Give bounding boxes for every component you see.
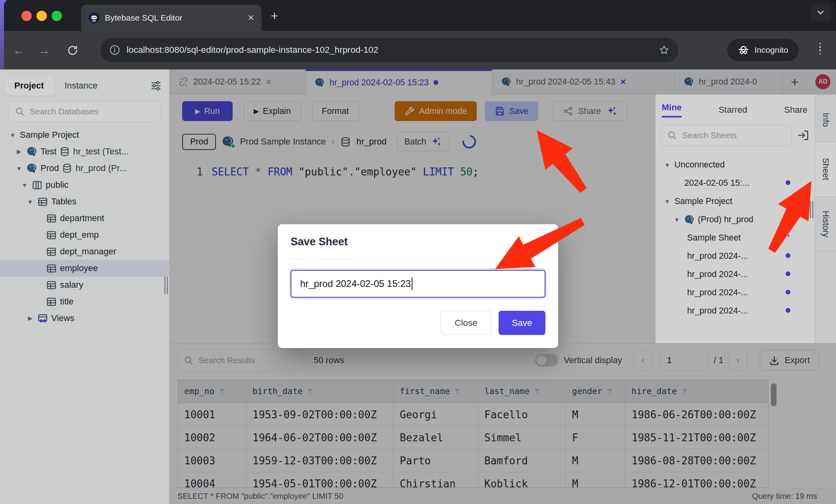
sheet-menu-ellipsis[interactable]: ··· bbox=[779, 230, 791, 241]
tree-node-table-dept-manager[interactable]: dept_manager bbox=[0, 243, 169, 260]
explain-button[interactable]: ▶ Explain bbox=[244, 101, 301, 121]
window-minimize-button[interactable] bbox=[37, 11, 47, 21]
strip-tab-info[interactable]: Info bbox=[815, 98, 836, 142]
sort-filter-icon[interactable] bbox=[454, 388, 461, 395]
reload-button[interactable] bbox=[64, 44, 82, 56]
chevron-expanded-icon[interactable]: ▼ bbox=[673, 216, 681, 223]
column-header[interactable]: emp_no bbox=[178, 380, 246, 403]
tab-mine[interactable]: Mine bbox=[662, 102, 682, 117]
modal-save-button[interactable]: Save bbox=[499, 311, 545, 335]
run-button[interactable]: ▶ Run bbox=[182, 101, 233, 121]
new-browser-tab-button[interactable]: + bbox=[271, 10, 278, 22]
share-button[interactable]: Share bbox=[553, 101, 627, 121]
sheet-group-database[interactable]: ▼ (Prod) hr_prod bbox=[655, 210, 815, 229]
address-bar[interactable]: localhost:8080/sql-editor/prod-sample-in… bbox=[100, 38, 678, 62]
tree-node-schema-public[interactable]: ▼ public bbox=[0, 177, 169, 193]
prev-page-button[interactable]: ‹ bbox=[633, 350, 652, 371]
batch-button[interactable]: Batch bbox=[397, 132, 450, 151]
back-button[interactable]: ← bbox=[10, 44, 28, 57]
tree-node-table-salary[interactable]: salary bbox=[0, 277, 169, 293]
sort-filter-icon[interactable] bbox=[606, 388, 614, 395]
instance-name[interactable]: Prod Sample Instance bbox=[240, 137, 326, 147]
tree-node-table-department[interactable]: department bbox=[0, 210, 169, 227]
chevron-expanded-icon[interactable]: ▼ bbox=[21, 182, 29, 189]
modal-close-button[interactable]: Close bbox=[441, 311, 491, 335]
filter-sliders-icon[interactable] bbox=[150, 80, 162, 92]
page-number-input[interactable] bbox=[660, 350, 709, 371]
vertical-display-toggle[interactable] bbox=[535, 354, 558, 367]
tree-node-tables[interactable]: ▼ Tables bbox=[0, 193, 169, 210]
window-close-button[interactable] bbox=[21, 11, 32, 21]
search-results-input[interactable] bbox=[198, 356, 298, 365]
tree-node-table-employee-selected[interactable]: employee bbox=[0, 260, 169, 277]
collapse-panel-icon[interactable] bbox=[797, 129, 810, 142]
sidebar-resize-handle[interactable] bbox=[164, 277, 168, 294]
tree-node-test-db[interactable]: ▶ Test hr_test (Test... bbox=[0, 143, 169, 160]
strip-tab-history[interactable]: History bbox=[815, 197, 836, 252]
chevron-expanded-icon[interactable]: ▼ bbox=[9, 132, 17, 139]
sheet-tab-3[interactable]: hr_prod 2024-0 bbox=[675, 69, 783, 94]
search-databases-input[interactable] bbox=[30, 107, 154, 116]
close-tab-icon[interactable]: ✕ bbox=[620, 77, 626, 87]
column-header[interactable]: first_name bbox=[393, 380, 478, 403]
bookmark-star-icon[interactable] bbox=[659, 44, 670, 56]
sheet-item[interactable]: Sample Sheet ··· bbox=[655, 229, 815, 247]
tab-instance[interactable]: Instance bbox=[54, 76, 108, 96]
close-tab-icon[interactable]: ✕ bbox=[266, 77, 272, 87]
tree-node-prod-db[interactable]: ▼ Prod hr_prod (Pr... bbox=[0, 160, 169, 177]
sheet-item[interactable]: hr_prod 2024-... bbox=[655, 302, 815, 320]
column-header[interactable]: birth_date bbox=[246, 380, 393, 403]
user-avatar[interactable]: AD bbox=[815, 74, 830, 89]
window-zoom-button[interactable] bbox=[52, 11, 62, 21]
forward-button[interactable]: → bbox=[35, 44, 53, 57]
sort-filter-icon[interactable] bbox=[681, 388, 688, 395]
sort-filter-icon[interactable] bbox=[534, 388, 541, 395]
site-info-icon[interactable] bbox=[109, 44, 120, 56]
sheet-item[interactable]: hr_prod 2024-... bbox=[655, 265, 815, 283]
browser-tab-close-icon[interactable]: ✕ bbox=[247, 13, 254, 23]
sheet-tab-2[interactable]: hr_prod 2024-02-05 15:43 ✕ bbox=[492, 69, 675, 94]
save-button[interactable]: Save bbox=[485, 101, 538, 121]
modal-close-icon[interactable]: ✕ bbox=[534, 235, 545, 249]
next-page-button[interactable]: › bbox=[728, 350, 747, 371]
tree-node-table-title[interactable]: title bbox=[0, 293, 169, 310]
chevron-expanded-icon[interactable]: ▼ bbox=[26, 198, 34, 205]
tab-search-button[interactable] bbox=[810, 3, 831, 21]
sheet-group-project[interactable]: ▼ Sample Project bbox=[655, 192, 815, 210]
environment-chip[interactable]: Prod bbox=[182, 134, 216, 150]
sort-filter-icon[interactable] bbox=[306, 388, 314, 395]
column-header[interactable]: last_name bbox=[478, 380, 566, 403]
strip-tab-sheet[interactable]: Sheet bbox=[815, 142, 836, 197]
database-name[interactable]: hr_prod bbox=[356, 137, 387, 147]
tree-node-project[interactable]: ▼ Sample Project bbox=[0, 127, 169, 143]
tab-project[interactable]: Project bbox=[4, 76, 54, 96]
tab-starred[interactable]: Starred bbox=[718, 105, 747, 115]
tree-node-views[interactable]: ▶ Views bbox=[0, 310, 169, 327]
sheet-tab-0[interactable]: 2024-02-05 15:22 ✕ bbox=[170, 69, 306, 94]
sheet-item[interactable]: 2024-02-05 15:... bbox=[655, 174, 815, 192]
tree-node-table-dept-emp[interactable]: dept_emp bbox=[0, 227, 169, 243]
sort-filter-icon[interactable] bbox=[218, 388, 226, 395]
browser-tab[interactable]: Bytebase SQL Editor ✕ bbox=[81, 5, 262, 31]
sheet-group-unconnected[interactable]: ▼ Unconnected bbox=[655, 156, 815, 174]
chevron-collapsed-icon[interactable]: ▶ bbox=[26, 315, 34, 322]
search-sheets-input[interactable] bbox=[682, 131, 786, 140]
chevron-collapsed-icon[interactable]: ▶ bbox=[15, 148, 23, 155]
panel-resize-handle[interactable] bbox=[810, 201, 814, 218]
tab-share[interactable]: Share bbox=[784, 105, 807, 115]
chevron-expanded-icon[interactable]: ▼ bbox=[663, 162, 671, 168]
sheet-item[interactable]: hr_prod 2024-... bbox=[655, 283, 815, 302]
column-header[interactable]: hire_date bbox=[625, 380, 769, 403]
export-button[interactable]: Export bbox=[760, 350, 819, 371]
chevron-expanded-icon[interactable]: ▼ bbox=[15, 165, 23, 172]
admin-mode-button[interactable]: Admin mode bbox=[395, 101, 477, 121]
sheet-tab-1-active[interactable]: hr_prod 2024-02-05 15:23 bbox=[306, 69, 492, 94]
sheet-name-input[interactable]: hr_prod 2024-02-05 15:23 bbox=[291, 270, 545, 298]
new-sheet-button[interactable]: + bbox=[791, 76, 799, 88]
browser-menu-button[interactable]: ⋮⋮ bbox=[815, 44, 825, 52]
sheet-item[interactable]: hr_prod 2024-... bbox=[655, 247, 815, 265]
format-button[interactable]: Format bbox=[312, 101, 359, 121]
chevron-expanded-icon[interactable]: ▼ bbox=[663, 198, 671, 205]
table-scrollbar-thumb[interactable] bbox=[771, 383, 776, 406]
column-header[interactable]: gender bbox=[566, 380, 625, 403]
